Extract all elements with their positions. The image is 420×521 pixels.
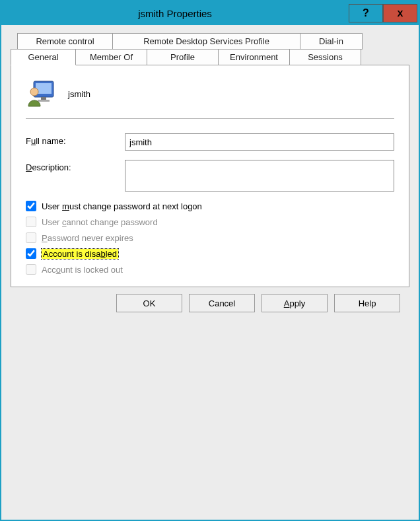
titlebar: jsmith Properties ? x: [1, 1, 419, 25]
fullname-input[interactable]: [125, 133, 394, 151]
properties-window: jsmith Properties ? x Remote control Rem…: [0, 0, 420, 521]
check-must-change-box[interactable]: [26, 201, 36, 211]
check-account-disabled-box[interactable]: [26, 248, 36, 259]
description-row: Description:: [26, 160, 394, 191]
tab-sessions[interactable]: Sessions: [289, 49, 361, 65]
help-button-footer[interactable]: Help: [334, 294, 400, 312]
check-cannot-change-label: User cannot change password: [42, 217, 158, 227]
check-must-change-label: User must change password at next logon: [42, 201, 202, 211]
tab-rdsp[interactable]: Remote Desktop Services Profile: [112, 33, 300, 50]
check-locked-out-label: Account is locked out: [42, 265, 123, 275]
separator: [26, 118, 394, 119]
user-header: jsmith: [26, 79, 394, 109]
tab-environment[interactable]: Environment: [218, 49, 290, 65]
window-title: jsmith Properties: [1, 8, 349, 19]
tab-control: Remote control Remote Desktop Services P…: [11, 33, 409, 287]
tab-member-of[interactable]: Member Of: [75, 49, 147, 65]
check-account-disabled[interactable]: Account is disabled: [26, 248, 394, 259]
user-icon: [26, 79, 56, 109]
check-never-expires: Password never expires: [26, 232, 394, 243]
help-button[interactable]: ?: [349, 4, 383, 22]
client-area: Remote control Remote Desktop Services P…: [1, 25, 419, 520]
check-cannot-change-box: [26, 217, 36, 227]
svg-rect-2: [41, 97, 46, 100]
cancel-button[interactable]: Cancel: [189, 294, 255, 312]
user-display-name: jsmith: [68, 89, 90, 99]
check-locked-out: Account is locked out: [26, 264, 394, 275]
apply-button[interactable]: Apply: [262, 294, 328, 312]
tab-profile[interactable]: Profile: [147, 49, 219, 65]
svg-rect-3: [38, 100, 50, 102]
fullname-label: Full name:: [26, 133, 125, 146]
tab-remote-control[interactable]: Remote control: [17, 33, 113, 50]
tab-row-top: Remote control Remote Desktop Services P…: [17, 33, 409, 50]
description-input[interactable]: [125, 160, 394, 191]
tab-dialin[interactable]: Dial-in: [300, 33, 363, 50]
check-cannot-change: User cannot change password: [26, 217, 394, 227]
check-locked-out-box: [26, 264, 36, 275]
ok-button[interactable]: OK: [116, 294, 182, 312]
svg-point-4: [30, 88, 38, 96]
check-never-expires-box: [26, 232, 36, 243]
check-never-expires-label: Password never expires: [42, 233, 133, 243]
window-buttons: ? x: [349, 4, 417, 22]
description-label: Description:: [26, 160, 125, 172]
tab-general[interactable]: General: [11, 49, 76, 65]
check-account-disabled-label: Account is disabled: [42, 249, 118, 259]
close-button[interactable]: x: [383, 4, 417, 22]
dialog-buttons: OK Cancel Apply Help: [11, 287, 409, 322]
tab-row-bottom: General Member Of Profile Environment Se…: [11, 49, 409, 65]
checkbox-group: User must change password at next logon …: [26, 201, 394, 275]
fullname-row: Full name:: [26, 133, 394, 151]
check-must-change[interactable]: User must change password at next logon: [26, 201, 394, 211]
tab-page-general: jsmith Full name: Description: User must…: [11, 65, 409, 287]
